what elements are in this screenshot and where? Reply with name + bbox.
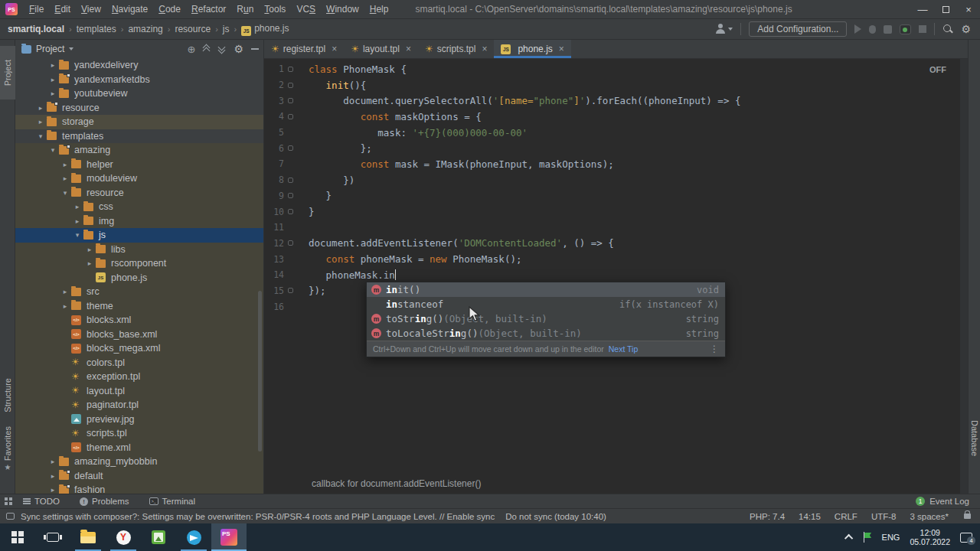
fold-open-icon[interactable] bbox=[288, 114, 293, 119]
breadcrumb-item[interactable]: smartiq.local bbox=[8, 24, 64, 34]
tree-item-scripts-tpl[interactable]: ☀scripts.tpl bbox=[15, 426, 263, 441]
code-line[interactable]: 5 mask: '+{7}(000)000-00-00' bbox=[264, 125, 968, 141]
tree-item-phone-js[interactable]: JSphone.js bbox=[15, 271, 263, 285]
line-separator[interactable]: CRLF bbox=[835, 512, 858, 521]
breadcrumb-item[interactable]: templates bbox=[77, 24, 116, 34]
tree-item-css[interactable]: ▸css bbox=[15, 200, 263, 214]
tree-chevron-icon[interactable]: ▸ bbox=[60, 302, 70, 310]
tree-chevron-icon[interactable]: ▸ bbox=[35, 118, 46, 126]
code-line[interactable]: 1class PhoneMask { bbox=[264, 61, 968, 77]
fold-end-icon[interactable] bbox=[288, 288, 293, 293]
taskbar-telegram[interactable] bbox=[176, 523, 211, 551]
tree-chevron-icon[interactable]: ▾ bbox=[60, 189, 70, 197]
tree-chevron-icon[interactable]: ▸ bbox=[47, 76, 58, 83]
breadcrumb-item[interactable]: JSphone.js bbox=[241, 23, 289, 36]
breadcrumb-item[interactable]: resource bbox=[175, 24, 211, 34]
tree-item-amazing[interactable]: ▾amazing bbox=[15, 143, 263, 158]
tree-chevron-icon[interactable]: ▸ bbox=[47, 472, 58, 480]
caret-position[interactable]: 14:15 bbox=[799, 512, 821, 521]
menu-code[interactable]: Code bbox=[153, 0, 186, 19]
taskbar-phpstorm[interactable]: PS bbox=[211, 523, 247, 551]
readonly-lock-icon[interactable] bbox=[964, 514, 971, 519]
tree-item-theme[interactable]: ▸theme bbox=[15, 299, 263, 314]
code-line[interactable]: 3 document.querySelectorAll('[name="phon… bbox=[264, 93, 968, 109]
fold-open-icon[interactable] bbox=[288, 67, 293, 72]
tree-item-colors-tpl[interactable]: ☀colors.tpl bbox=[15, 356, 263, 370]
tree-item-storage[interactable]: ▸storage bbox=[15, 115, 263, 129]
user-menu[interactable] bbox=[715, 24, 733, 34]
tool-window-switcher-icon[interactable] bbox=[5, 497, 12, 505]
menu-edit[interactable]: Edit bbox=[49, 0, 76, 19]
tree-chevron-icon[interactable]: ▸ bbox=[72, 203, 83, 210]
code-line[interactable]: 7 const mask = IMask(phoneInput, maskOpt… bbox=[264, 156, 968, 172]
menu-file[interactable]: File bbox=[24, 0, 49, 19]
tab-phone-js[interactable]: JSphone.js× bbox=[494, 40, 570, 58]
tree-chevron-icon[interactable]: ▸ bbox=[60, 288, 70, 295]
tree-item-rscomponent[interactable]: ▸rscomponent bbox=[15, 256, 263, 271]
tree-item-layout-tpl[interactable]: ☀layout.tpl bbox=[15, 384, 263, 399]
taskbar-task-view[interactable] bbox=[35, 523, 70, 551]
panel-settings-gear-icon[interactable]: ⚙ bbox=[234, 44, 243, 54]
tree-chevron-icon[interactable]: ▸ bbox=[47, 61, 58, 69]
tree-item-img[interactable]: ▸img bbox=[15, 214, 263, 229]
notification-balloon-icon[interactable] bbox=[6, 513, 15, 520]
next-tip-link[interactable]: Next Tip bbox=[609, 344, 639, 354]
coverage-icon[interactable] bbox=[884, 25, 892, 34]
tree-item-resource[interactable]: ▾resource bbox=[15, 186, 263, 201]
status-action-link[interactable]: Do not sync (today 10:40) bbox=[505, 512, 606, 521]
tool-todo[interactable]: TODO bbox=[23, 497, 60, 506]
tree-chevron-icon[interactable]: ▸ bbox=[84, 246, 95, 253]
expand-all-icon[interactable] bbox=[218, 45, 226, 53]
code-line[interactable]: 2 init(){ bbox=[264, 77, 968, 93]
editor-scrollbar[interactable] bbox=[960, 59, 968, 494]
code-line[interactable]: 9 } bbox=[264, 188, 968, 204]
code-line[interactable]: 11 bbox=[264, 220, 968, 236]
code-line[interactable]: 13 const phoneMask = new PhoneMask(); bbox=[264, 251, 968, 267]
tree-item-blocks_base-xml[interactable]: </>blocks_base.xml bbox=[15, 328, 263, 342]
tree-chevron-icon[interactable]: ▸ bbox=[60, 161, 70, 168]
menu-vcs[interactable]: VCS bbox=[291, 0, 321, 19]
fold-end-icon[interactable] bbox=[288, 145, 293, 151]
fold-open-icon[interactable] bbox=[288, 98, 293, 103]
indent-style[interactable]: 3 spaces* bbox=[910, 512, 949, 521]
tree-item-amazing_mybobbin[interactable]: ▸amazing_mybobbin bbox=[15, 455, 263, 469]
tool-terminal[interactable]: >_ Terminal bbox=[149, 497, 195, 506]
tab-register-tpl[interactable]: ☀register.tpl× bbox=[264, 40, 344, 58]
php-version[interactable]: PHP: 7.4 bbox=[750, 512, 785, 521]
tree-item-blocks-xml[interactable]: </>blocks.xml bbox=[15, 313, 263, 328]
taskbar-yandex-browser[interactable]: Y bbox=[106, 523, 141, 551]
tree-chevron-icon[interactable]: ▾ bbox=[47, 146, 58, 154]
more-options-icon[interactable]: ⋮ bbox=[710, 344, 719, 354]
tree-item-blocks_mega-xml[interactable]: </>blocks_mega.xml bbox=[15, 341, 263, 356]
debug-icon[interactable] bbox=[869, 25, 876, 34]
collapse-all-icon[interactable] bbox=[203, 45, 211, 53]
tab-close-icon[interactable]: × bbox=[559, 44, 564, 54]
tree-item-yandexdelivery[interactable]: ▸yandexdelivery bbox=[15, 58, 263, 73]
fold-end-icon[interactable] bbox=[288, 178, 293, 183]
tree-item-templates[interactable]: ▾templates bbox=[15, 129, 263, 144]
tree-scrollbar[interactable] bbox=[258, 291, 262, 452]
tree-chevron-icon[interactable]: ▸ bbox=[84, 259, 95, 267]
tree-chevron-icon[interactable]: ▾ bbox=[72, 231, 83, 239]
tab-close-icon[interactable]: × bbox=[406, 44, 411, 54]
taskbar-start[interactable] bbox=[0, 523, 35, 551]
openserver-flag-icon[interactable] bbox=[863, 532, 872, 543]
settings-gear-icon[interactable]: ⚙ bbox=[961, 24, 971, 34]
tree-chevron-icon[interactable]: ▸ bbox=[47, 458, 58, 465]
hide-panel-icon[interactable] bbox=[251, 48, 259, 50]
menu-run[interactable]: Run bbox=[231, 0, 259, 19]
tree-item-default[interactable]: ▸default bbox=[15, 469, 263, 484]
fold-open-icon[interactable] bbox=[288, 83, 293, 88]
breadcrumb-item[interactable]: amazing bbox=[128, 24, 162, 34]
maximize-button[interactable] bbox=[934, 0, 957, 19]
completion-item[interactable]: mtoLocaleString() (Object, built-in)stri… bbox=[367, 326, 725, 341]
taskbar-image-editor[interactable] bbox=[141, 523, 176, 551]
tree-item-paginator-tpl[interactable]: ☀paginator.tpl bbox=[15, 398, 263, 412]
tool-problems[interactable]: ! Problems bbox=[80, 497, 129, 506]
completion-item[interactable]: minit()void bbox=[367, 282, 725, 297]
tab-close-icon[interactable]: × bbox=[332, 44, 337, 54]
language-indicator[interactable]: ENG bbox=[882, 533, 900, 542]
fold-end-icon[interactable] bbox=[288, 193, 293, 198]
tab-close-icon[interactable]: × bbox=[482, 44, 487, 54]
editor-breadcrumb[interactable]: callback for document.addEventListener() bbox=[312, 478, 481, 489]
